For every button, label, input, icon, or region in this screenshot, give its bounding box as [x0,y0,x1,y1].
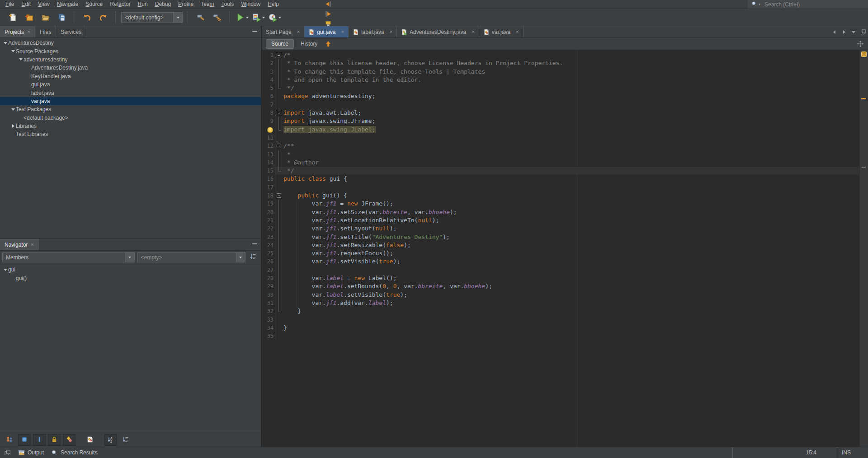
show-diamond-button[interactable] [63,434,75,446]
navigator-item-gui[interactable]: gui() [0,274,261,282]
code-line-19[interactable]: 19 var.jf1 = new JFrame(); [262,200,859,208]
code-line-14[interactable]: 14 * @author [262,159,859,167]
error-stripe[interactable] [859,50,868,447]
members-filter-combobox[interactable]: Members [2,252,135,262]
navigator-sort-button[interactable] [248,252,259,262]
menu-debug[interactable]: Debug [151,0,175,9]
code-line-4[interactable]: 4 * and open the template in the editor. [262,76,859,84]
code-line-28[interactable]: 28 var.label = new Label(); [262,274,859,282]
maximize-window-button[interactable] [860,29,866,35]
history-view-button[interactable]: History [296,41,322,47]
code-line-20[interactable]: 20 var.jf1.setSize(var.bbreite, var.bhoe… [262,208,859,216]
scroll-tabs-right-button[interactable] [841,29,847,35]
editor-tab-start-page[interactable]: Start Page× [262,26,304,37]
config-combobox[interactable]: <default config> [121,12,183,23]
code-line-7[interactable]: 7 [262,101,859,109]
project-item-test-packages[interactable]: Test Packages [0,105,261,113]
close-icon[interactable]: × [297,29,300,34]
code-line-15[interactable]: 15 */ [262,167,859,175]
code-line-6[interactable]: 6package adventuresdestiny; [262,92,859,100]
show-static-button[interactable] [33,434,46,446]
tab-navigator[interactable]: Navigator × [0,239,39,250]
code-line-10[interactable]: import javax.swing.JLabel; [262,126,859,134]
code-line-33[interactable]: 33 [262,316,859,324]
fold-collapse-icon[interactable] [275,51,283,59]
show-fields-button[interactable] [18,434,31,446]
tab-files[interactable]: Files [35,26,56,37]
code-line-30[interactable]: 30 var.label.setVisible(true); [262,291,859,299]
sort-source-button[interactable] [119,434,132,446]
code-line-12[interactable]: 12/** [262,142,859,150]
warning-status-icon[interactable] [861,51,867,57]
minimized-group-icon[interactable] [4,449,11,456]
menu-navigate[interactable]: Navigate [53,0,82,9]
undo-button[interactable] [79,11,94,24]
code-line-21[interactable]: 21 var.jf1.setLocationRelativeTo(null); [262,216,859,224]
scroll-tabs-left-button[interactable] [832,29,837,35]
code-line-13[interactable]: 13 * [262,150,859,159]
code-line-5[interactable]: 5 */ [262,84,859,92]
project-item-source-packages[interactable]: Source Packages [0,47,261,55]
menu-tools[interactable]: Tools [217,0,237,9]
project-item-keyhandler-java[interactable]: KeyHandler.java [0,72,261,80]
code-line-25[interactable]: 25 var.jf1.requestFocus(); [262,249,859,257]
expand-expand-arrow[interactable] [10,124,16,128]
split-editor-button[interactable] [854,39,866,49]
menu-view[interactable]: View [34,0,53,9]
menu-file[interactable]: File [2,0,18,9]
search-box[interactable]: ▾ Search (Ctrl+I) [748,0,868,9]
expand-collapse-arrow[interactable] [10,108,16,111]
close-icon[interactable]: × [516,29,519,34]
new-project-button[interactable] [21,11,37,24]
tab-projects[interactable]: Projects× [0,26,35,37]
clean-build-button[interactable] [209,11,225,24]
project-item-adventuresdestiny[interactable]: adventuresdestiny [0,56,261,64]
editor-tab-adventuresdestiny-java[interactable]: AdventuresDestiny.java× [397,26,479,37]
code-line-18[interactable]: 18 public gui() { [262,192,859,200]
inspect-filter-combobox[interactable]: <empty> [137,252,245,262]
project-item-gui-java[interactable]: gui.java [0,80,261,89]
close-icon[interactable]: × [390,29,392,34]
editor-tab-label-java[interactable]: label.java× [349,26,397,37]
menu-window[interactable]: Window [238,0,264,9]
editor-tab-gui-java[interactable]: gui.java× [304,26,349,37]
tab-list-button[interactable] [851,29,856,35]
expand-collapse-arrow[interactable] [3,42,8,44]
code-line-35[interactable]: 35 [262,332,859,340]
fold-collapse-icon[interactable] [275,192,283,200]
code-line-31[interactable]: 31 var.jf1.add(var.label); [262,299,859,307]
open-project-button[interactable] [38,11,53,24]
warning-bulb-icon[interactable] [267,127,273,133]
project-item-adventuresdestiny-java[interactable]: AdventuresDestiny.java [0,64,261,72]
project-item-adventuresdestiny[interactable]: AdventuresDestiny [0,39,261,47]
menu-source[interactable]: Source [82,0,106,9]
code-line-26[interactable]: 26 var.jf1.setVisible(true); [262,257,859,266]
build-button[interactable] [193,11,208,24]
statusbar-output[interactable]: Output [18,449,44,456]
next-occurrence-button[interactable] [322,9,334,19]
project-item-libraries[interactable]: Libraries [0,122,261,130]
warning-mark[interactable] [861,98,866,99]
expand-collapse-arrow[interactable] [18,58,24,61]
project-item-test-libraries[interactable]: Test Libraries [0,130,261,138]
menu-team[interactable]: Team [197,0,217,9]
code-line-17[interactable]: 17 [262,183,859,192]
code-line-1[interactable]: 1/* [262,51,859,59]
prev-bookmark-button[interactable] [322,39,334,49]
project-item-var-java[interactable]: var.java [0,97,261,105]
code-line-23[interactable]: 23 var.jf1.setTitle("Adventures Destiny"… [262,233,859,241]
redo-button[interactable] [95,11,111,24]
run-caret-icon[interactable] [245,16,249,19]
close-icon[interactable]: × [31,242,33,247]
open-source-icon-button[interactable] [84,434,96,446]
fold-collapse-icon[interactable] [275,109,283,117]
debug-button[interactable] [251,11,266,24]
project-item-label-java[interactable]: label.java [0,89,261,97]
code-line-11[interactable]: 11 [262,134,859,142]
minimize-icon[interactable] [252,243,257,244]
tab-services[interactable]: Services [56,26,86,37]
profile-button[interactable] [267,11,283,24]
inspect-filter-caret-button[interactable] [236,252,245,262]
editor-tab-var-java[interactable]: var.java× [479,26,524,37]
project-item-default-package[interactable]: <default package> [0,114,261,122]
